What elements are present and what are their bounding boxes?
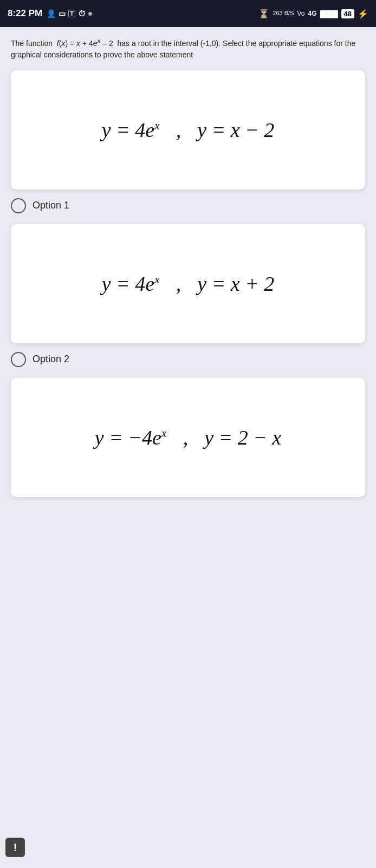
option-2-radio[interactable] (11, 352, 26, 367)
notification-icons: 👤 ▭ T ⏱ (47, 9, 92, 18)
option-2-eq1: y = 4ex (102, 272, 160, 296)
person-icon: 👤 (47, 9, 56, 18)
option-2-eq2: y = x + 2 (197, 272, 274, 296)
option-1-math: y = 4ex , y = x − 2 (102, 118, 275, 142)
option-3-math: y = −4ex , y = 2 − x (95, 426, 281, 449)
option-1-label: Option 1 (33, 200, 69, 211)
option-1-eq2: y = x − 2 (197, 118, 274, 142)
status-right-area: ⏳ 263 B/S Vo 4G ▇▇▇ 48 ⚡ (258, 9, 368, 19)
screen-icon: ▭ (59, 9, 66, 18)
option-3-comma: , (183, 426, 189, 449)
charging-icon: ⚡ (358, 9, 368, 19)
network-type: 4G (308, 10, 317, 17)
option-1-eq1: y = 4ex (102, 118, 160, 142)
option-1-comma: , (176, 118, 181, 142)
option-2-label: Option 2 (33, 354, 69, 365)
option-2-card: y = 4ex , y = x + 2 (11, 224, 365, 343)
option-2-label-row[interactable]: Option 2 (11, 352, 365, 367)
option-3-eq1: y = −4ex (95, 426, 167, 449)
alert-button[interactable]: ! (5, 838, 25, 857)
main-content: The function f(x) = x + 4ex – 2 has a ro… (0, 27, 376, 868)
dot-indicator (88, 12, 92, 16)
option-2-math: y = 4ex , y = x + 2 (102, 272, 275, 296)
network-speed: 263 B/S (273, 10, 294, 17)
time-display: 8:22 PM (8, 8, 42, 19)
option-1-radio[interactable] (11, 198, 26, 213)
problem-statement: The function f(x) = x + 4ex – 2 has a ro… (11, 36, 365, 61)
option-2-comma: , (176, 272, 181, 296)
option-1-label-row[interactable]: Option 1 (11, 198, 365, 213)
option-3-eq2: y = 2 − x (204, 426, 281, 449)
clock-icon: ⏱ (78, 9, 86, 18)
alarm-icon: ⏳ (258, 9, 269, 19)
status-time-area: 8:22 PM 👤 ▭ T ⏱ (8, 8, 92, 19)
carrier-label: Vo (297, 10, 305, 17)
option-1-card: y = 4ex , y = x − 2 (11, 70, 365, 190)
status-bar: 8:22 PM 👤 ▭ T ⏱ ⏳ 263 B/S Vo 4G ▇▇▇ 48 ⚡ (0, 0, 376, 27)
signal-bars: ▇▇▇ (320, 9, 338, 18)
battery-indicator: 48 (341, 9, 354, 18)
option-3-card: y = −4ex , y = 2 − x (11, 378, 365, 497)
temu-icon: T (68, 10, 75, 17)
